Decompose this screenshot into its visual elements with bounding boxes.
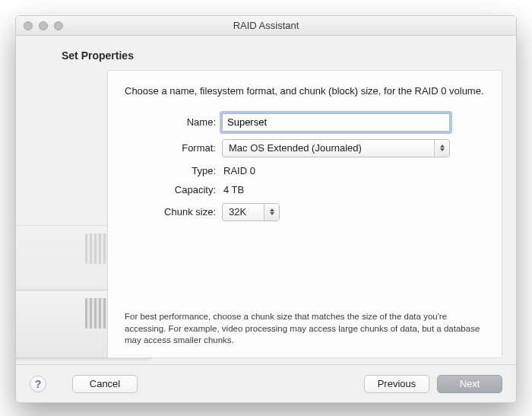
chunk-label: Chunk size:: [125, 206, 216, 218]
format-label: Format:: [125, 142, 216, 154]
page-heading: Set Properties: [62, 49, 134, 62]
footer-bar: ? Cancel Previous Next: [16, 364, 516, 402]
raid-assistant-window: RAID Assistant Set Properties Choose a n…: [15, 15, 517, 403]
capacity-value: 4 TB: [222, 184, 485, 195]
chunk-size-value: 32K: [229, 206, 246, 218]
help-button[interactable]: ?: [30, 376, 46, 392]
previous-button[interactable]: Previous: [364, 375, 429, 393]
cancel-button[interactable]: Cancel: [72, 375, 138, 393]
name-label: Name:: [125, 116, 216, 128]
titlebar: RAID Assistant: [16, 16, 516, 36]
content-area: Set Properties Choose a name, filesystem…: [16, 36, 516, 402]
type-value: RAID 0: [222, 165, 485, 176]
chunk-size-select[interactable]: 32K: [222, 203, 280, 221]
format-select[interactable]: Mac OS Extended (Journaled): [222, 139, 450, 157]
description-text: Choose a name, filesystem format, and ch…: [125, 84, 485, 98]
format-value: Mac OS Extended (Journaled): [229, 142, 362, 154]
next-button[interactable]: Next: [437, 375, 502, 393]
chevron-updown-icon: [434, 140, 449, 157]
name-input[interactable]: [222, 113, 450, 132]
properties-form: Name: Format: Mac OS Extended (Journaled…: [125, 113, 485, 221]
properties-panel: Choose a name, filesystem format, and ch…: [107, 70, 502, 358]
chevron-updown-icon: [264, 204, 279, 221]
capacity-label: Capacity:: [125, 184, 216, 195]
type-label: Type:: [125, 165, 216, 176]
help-icon: ?: [35, 378, 42, 390]
footnote-text: For best performance, choose a chunk siz…: [125, 311, 485, 347]
window-title: RAID Assistant: [16, 20, 516, 31]
